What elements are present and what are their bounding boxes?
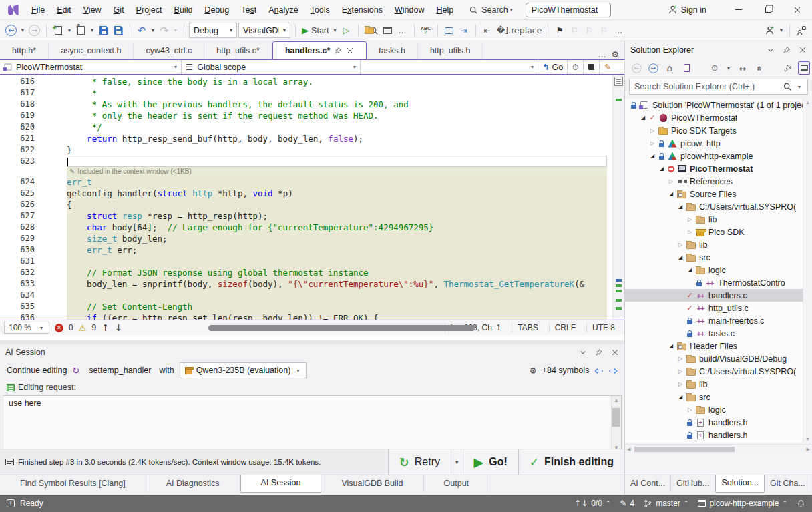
tree-item-tasks-c[interactable]: ++tasks.c <box>625 327 812 340</box>
bookmark-overflow-button[interactable]: … <box>612 23 625 39</box>
expand-arrow-icon[interactable]: ▷ <box>669 178 673 184</box>
tree-item-picothermostat[interactable]: ◢PicoThermostat <box>625 162 812 175</box>
menu-edit[interactable]: Edit <box>51 3 77 17</box>
previous-bookmark-button[interactable]: ⚐ <box>568 23 581 39</box>
collapse-arrow-icon[interactable]: ◢ <box>641 115 645 121</box>
next-step-button[interactable]: ⇨ <box>609 364 618 377</box>
tree-item-http-utils-h[interactable]: +http_utils.h <box>625 441 812 443</box>
tree-item-c-users-virtual-syspro-[interactable]: ◢C:/Users/virtual.SYSPRO( <box>625 200 812 213</box>
decrease-indent-button[interactable]: ⇤ <box>481 23 494 39</box>
redo-button[interactable]: ↷ <box>158 23 171 39</box>
menu-tools[interactable]: Tools <box>304 3 336 17</box>
code-line-618[interactable]: 618 * As with the previous handlers, the… <box>0 99 612 110</box>
undo-dropdown[interactable]: ▾ <box>150 27 156 33</box>
menu-file[interactable]: File <box>25 3 51 17</box>
window-layout-button[interactable] <box>381 23 395 39</box>
panel-tab-solution-[interactable]: Solution... <box>715 475 765 493</box>
tree-item-http-utils-c[interactable]: ✓++http_utils.c <box>625 302 812 314</box>
collapse-arrow-icon[interactable]: ◢ <box>650 153 654 159</box>
git-repo-selector[interactable]: picow-http-example ⌃ <box>698 499 787 508</box>
navigate-back-dropdown[interactable]: ▾ <box>19 27 26 33</box>
warning-count[interactable]: 9 <box>91 323 96 332</box>
editing-request-input[interactable]: use here ▲▼ <box>3 395 622 453</box>
code-line-621[interactable]: 621 return http_resp_send_buf(http, body… <box>0 133 612 144</box>
indent-mode[interactable]: TABS <box>512 323 543 332</box>
panel-tab-ai-cont-[interactable]: AI Cont... <box>625 475 671 492</box>
feedback-icon[interactable]: ! <box>7 499 15 507</box>
code-line-624[interactable]: 624err_t <box>0 176 612 188</box>
search-input[interactable]: PicoWThermostat <box>526 3 611 17</box>
menu-project[interactable]: Project <box>130 3 168 17</box>
code-line-619[interactable]: 619 * only the header is sent if the req… <box>0 110 612 121</box>
collapse-arrow-icon[interactable]: ◢ <box>688 267 692 273</box>
save-button[interactable] <box>97 23 110 39</box>
code-map-button[interactable] <box>584 60 600 74</box>
scope-dropdown[interactable]: ☰ Global scope ▾ <box>182 60 361 74</box>
tree-item-source-files[interactable]: ◢Source Files <box>625 188 812 200</box>
spell-check-button[interactable]: ABC✓ <box>419 23 433 39</box>
panel-tab-git-cha-[interactable]: Git Cha... <box>765 475 811 492</box>
encoding-mode[interactable]: UTF-8 <box>586 323 620 332</box>
panel-pin-icon[interactable] <box>595 348 603 356</box>
menu-window[interactable]: Window <box>389 3 430 17</box>
tree-item-picowthermostat[interactable]: ◢✓PicoWThermostat <box>625 111 812 124</box>
zoom-dropdown[interactable]: 100 %▾ <box>4 322 49 334</box>
document-tab-handlers-c-[interactable]: handlers.c* <box>272 41 367 59</box>
tree-item-references[interactable]: ▷References <box>625 175 812 188</box>
request-scrollbar[interactable]: ▲▼ <box>611 396 621 452</box>
tree-item-pico-sdk-targets[interactable]: ▷Pico SDK Targets <box>625 124 812 137</box>
tree-item-handlers-h[interactable]: +handlers.h <box>625 416 812 429</box>
tab-overflow-button[interactable]: … <box>598 50 606 59</box>
expand-arrow-icon[interactable]: ▷ <box>678 368 682 374</box>
new-file-dropdown[interactable]: ▾ <box>66 27 73 33</box>
notifications-bell-icon[interactable] <box>797 499 805 508</box>
model-dropdown[interactable]: Qwen3-235B (evaluation) ▾ <box>180 362 307 378</box>
collapse-arrow-icon[interactable]: ◢ <box>678 254 682 260</box>
panel-chevron-icon[interactable] <box>579 348 587 356</box>
properties-wrench-icon[interactable] <box>781 61 793 75</box>
code-line-620[interactable]: 620 */ <box>0 121 612 133</box>
code-line-628[interactable]: 628 char body[64]; // Large enough for {… <box>0 222 612 233</box>
search-control[interactable]: Search ▾ <box>469 5 515 15</box>
start-debug-button[interactable]: ▶Start <box>300 23 330 39</box>
next-bookmark-button[interactable]: ⚐ <box>582 23 596 39</box>
tree-vertical-scrollbar[interactable]: ▲▼ <box>803 99 812 443</box>
panel-tab-github-[interactable]: GitHub... <box>671 475 715 492</box>
code-line-636[interactable]: 636 if ((err = http_resp_set_len(resp, b… <box>0 312 612 320</box>
tree-item-header-files[interactable]: ◢Header Files <box>625 340 812 352</box>
solution-configurations-dropdown[interactable]: Debug▾ <box>189 23 237 38</box>
new-file-button[interactable]: + <box>51 23 65 39</box>
sign-in-button[interactable]: + Sign in <box>668 5 706 15</box>
document-tab-http-utils-h[interactable]: http_utils.h <box>418 42 483 59</box>
previous-step-button[interactable]: ⇦ <box>594 364 603 377</box>
collapse-arrow-icon[interactable]: ◢ <box>678 204 682 210</box>
previous-issue-button[interactable]: ↑ <box>102 322 110 333</box>
navigate-back-button[interactable]: ← <box>4 23 18 39</box>
expand-arrow-icon[interactable]: ▷ <box>678 381 682 387</box>
code-line-630[interactable]: 630 err_t err; <box>0 244 612 256</box>
panel-tab-output[interactable]: Output <box>424 475 490 492</box>
finish-editing-button[interactable]: ✓ Finish editing <box>518 449 624 475</box>
collapse-arrow-icon[interactable]: ◢ <box>669 343 673 349</box>
panel-close-icon[interactable] <box>799 46 807 54</box>
document-tab-http-h-[interactable]: http.h* <box>0 42 49 59</box>
line-ending-mode[interactable]: CRLF <box>549 323 581 332</box>
project-dropdown[interactable]: PicoWThermostat ▾ <box>0 60 182 74</box>
sync-with-active-document-button[interactable] <box>680 61 692 75</box>
start-without-debug-button[interactable]: ▷ <box>340 23 353 39</box>
next-issue-button[interactable]: ↓ <box>115 322 123 333</box>
panel-close-icon[interactable] <box>611 348 619 356</box>
code-line-625[interactable]: 625getconfig_handler(struct http *http, … <box>0 188 612 199</box>
history-button[interactable]: ⏱ <box>568 60 584 74</box>
git-branch-selector[interactable]: master ⌃ <box>644 499 688 508</box>
edit-pencil-button[interactable]: ✎ <box>600 60 616 74</box>
code-line-631[interactable]: 631 <box>0 256 612 267</box>
expand-arrow-icon[interactable]: ▷ <box>650 140 654 146</box>
code-line-616[interactable]: 616 * false, since the body is in a loca… <box>0 76 612 87</box>
tree-item-build-visualgdb-debug[interactable]: ▷build/VisualGDB/Debug <box>625 352 812 365</box>
menu-test[interactable]: Test <box>235 3 262 17</box>
go-button[interactable]: ↰ Go <box>538 60 568 74</box>
panel-chevron-icon[interactable] <box>767 46 775 54</box>
expand-arrow-icon[interactable]: ▷ <box>678 242 682 248</box>
profile-dropdown[interactable]: VisualGDB▾ <box>238 23 290 38</box>
